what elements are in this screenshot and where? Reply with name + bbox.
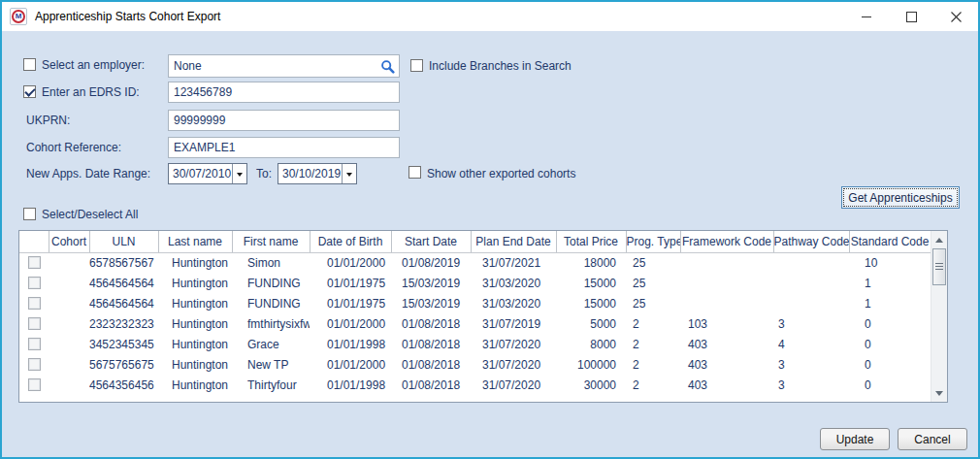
grid-cell-cohort xyxy=(49,334,89,354)
get-apprenticeships-button[interactable]: Get Apprenticeships xyxy=(841,186,960,209)
grid-cell-first_name: fmthirtysixfw xyxy=(232,313,310,334)
show-other-cohorts-checkbox[interactable] xyxy=(408,166,421,179)
date-to-dropdown-button[interactable] xyxy=(342,164,356,183)
date-to-value[interactable]: 30/10/2019 xyxy=(278,164,342,183)
grid-cell-uln: 4564564564 xyxy=(89,293,158,313)
grid-cell-uln: 2323232323 xyxy=(89,313,158,334)
table-row[interactable]: 3452345345HuntingtonGrace01/01/199801/08… xyxy=(19,334,931,354)
select-deselect-all-checkbox[interactable] xyxy=(23,208,36,220)
include-branches-checkbox[interactable] xyxy=(410,59,423,72)
cohort-reference-input[interactable] xyxy=(168,137,400,158)
app-logo-icon: M xyxy=(10,8,27,25)
grid-header-total_price[interactable]: Total Price xyxy=(556,231,626,252)
close-button[interactable] xyxy=(933,2,978,31)
grid-cell-prog_type: 2 xyxy=(626,375,680,395)
search-icon[interactable] xyxy=(380,59,395,74)
table-row[interactable]: 2323232323Huntingtonfmthirtysixfw01/01/2… xyxy=(19,313,931,334)
ukprn-input[interactable] xyxy=(168,110,400,131)
table-row[interactable]: 4564564564HuntingtonFUNDING01/01/197515/… xyxy=(19,293,931,313)
cancel-button[interactable]: Cancel xyxy=(898,428,967,450)
date-from-value[interactable]: 30/07/2010 xyxy=(169,164,232,183)
grid-cell-pathway_code: 4 xyxy=(773,334,849,354)
table-row[interactable]: 6578567567HuntingtonSimon01/01/200001/08… xyxy=(19,252,931,273)
grid-cell-select xyxy=(19,375,49,395)
grid-header-framework_code[interactable]: Framework Code xyxy=(680,231,773,252)
grid-cell-framework_code xyxy=(680,252,773,273)
cohort-reference-label: Cohort Reference: xyxy=(26,141,121,154)
select-employer-checkbox[interactable] xyxy=(23,58,36,71)
grid-header-standard_code[interactable]: Standard Code xyxy=(849,231,931,252)
app-logo-letter: M xyxy=(12,10,25,23)
maximize-button[interactable] xyxy=(889,2,933,31)
edrs-checkbox[interactable] xyxy=(23,85,36,98)
grid-cell-standard_code: 0 xyxy=(849,375,931,395)
grid-header-plan_end_date[interactable]: Plan End Date xyxy=(471,231,556,252)
show-other-cohorts-label[interactable]: Show other exported cohorts xyxy=(427,167,575,180)
employer-search-input[interactable] xyxy=(168,54,400,78)
grid-cell-first_name: Thirtyfour xyxy=(232,375,310,395)
grid-cell-select xyxy=(19,313,49,334)
grid-table: CohortULNLast nameFirst nameDate of Birt… xyxy=(19,231,931,395)
grid-body: 6578567567HuntingtonSimon01/01/200001/08… xyxy=(19,252,931,395)
grid-header-start_date[interactable]: Start Date xyxy=(391,231,471,252)
window-controls xyxy=(844,2,978,31)
grid-cell-date_of_birth: 01/01/1998 xyxy=(310,375,391,395)
grid-cell-start_date: 01/08/2018 xyxy=(391,313,471,334)
chevron-down-icon xyxy=(237,173,243,180)
window-title: Apprenticeship Starts Cohort Export xyxy=(35,10,220,23)
date-from-picker[interactable]: 30/07/2010 xyxy=(168,163,247,184)
table-row[interactable]: 4564356456HuntingtonThirtyfour01/01/1998… xyxy=(19,375,931,395)
date-from-dropdown-button[interactable] xyxy=(232,164,246,183)
scrollbar-thumb[interactable] xyxy=(932,248,946,285)
minimize-button[interactable] xyxy=(844,2,889,31)
title-bar[interactable]: M Apprenticeship Starts Cohort Export xyxy=(2,2,978,31)
grid-cell-cohort xyxy=(49,252,89,273)
grid-cell-start_date: 15/03/2019 xyxy=(391,273,471,293)
scroll-up-button[interactable] xyxy=(931,232,947,247)
grid-cell-pathway_code: 3 xyxy=(773,375,849,395)
grid-cell-standard_code: 0 xyxy=(849,313,931,334)
select-deselect-all-label[interactable]: Select/Deselect All xyxy=(42,208,138,221)
grid-header-cohort[interactable]: Cohort xyxy=(49,231,89,252)
scroll-down-button[interactable] xyxy=(931,385,947,401)
date-to-label: To: xyxy=(256,167,272,180)
dialog-content: Select an employer: Include Branches in … xyxy=(2,31,978,457)
grid-cell-first_name: FUNDING xyxy=(232,293,310,313)
grid-cell-select xyxy=(19,273,49,293)
grid-cell-first_name: Grace xyxy=(232,334,310,354)
update-button[interactable]: Update xyxy=(820,428,890,450)
grid-header-first_name[interactable]: First name xyxy=(232,231,310,252)
grid-header-last_name[interactable]: Last name xyxy=(158,231,232,252)
row-checkbox[interactable] xyxy=(28,277,41,289)
grid-cell-pathway_code xyxy=(773,293,849,313)
grid-header-pathway_code[interactable]: Pathway Code xyxy=(773,231,849,252)
grid-cell-select xyxy=(19,293,49,313)
vertical-scrollbar[interactable] xyxy=(931,231,947,402)
include-branches-label[interactable]: Include Branches in Search xyxy=(429,59,572,73)
edrs-label[interactable]: Enter an EDRS ID: xyxy=(42,85,140,99)
date-to-picker[interactable]: 30/10/2019 xyxy=(278,163,357,184)
row-checkbox[interactable] xyxy=(28,378,41,391)
grid-header-select[interactable] xyxy=(19,231,49,252)
select-employer-label[interactable]: Select an employer: xyxy=(42,58,145,72)
chevron-down-icon xyxy=(346,173,352,180)
grid-cell-total_price: 5000 xyxy=(556,313,626,334)
table-row[interactable]: 4564564564HuntingtonFUNDING01/01/197515/… xyxy=(19,273,931,293)
grid-header-uln[interactable]: ULN xyxy=(89,231,158,252)
edrs-input[interactable] xyxy=(168,82,400,103)
grid-header-date_of_birth[interactable]: Date of Birth xyxy=(310,231,391,252)
row-checkbox[interactable] xyxy=(28,297,41,310)
grid-cell-total_price: 30000 xyxy=(556,375,626,395)
grid-cell-plan_end_date: 31/07/2021 xyxy=(471,252,556,273)
row-checkbox[interactable] xyxy=(28,358,41,371)
row-checkbox[interactable] xyxy=(28,256,41,269)
grid-cell-uln: 6578567567 xyxy=(89,252,158,273)
grid-header-prog_type[interactable]: Prog. Type xyxy=(626,231,680,252)
date-range-label: New Apps. Date Range: xyxy=(26,167,150,180)
row-checkbox[interactable] xyxy=(28,338,41,350)
grid-cell-first_name: Simon xyxy=(232,252,310,273)
grid-cell-last_name: Huntington xyxy=(158,334,232,354)
row-checkbox[interactable] xyxy=(28,317,41,330)
table-row[interactable]: 5675765675HuntingtonNew TP01/01/200001/0… xyxy=(19,354,931,375)
grid-cell-framework_code: 403 xyxy=(680,375,773,395)
